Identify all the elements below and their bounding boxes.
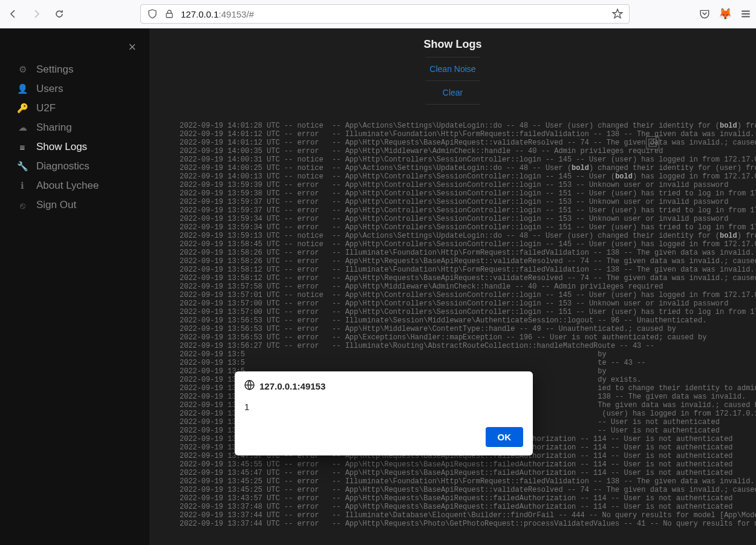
log-line: 2022-09-19 13:59:34 UTC -- error -- App\…: [180, 215, 756, 223]
log-output: 2022-09-19 14:01:28 UTC -- notice -- App…: [149, 122, 756, 528]
page-title: Show Logs: [149, 28, 756, 57]
sidebar-item-about-lychee[interactable]: ℹAbout Lychee: [0, 176, 149, 195]
wrench-icon: 🔧: [17, 161, 28, 172]
pocket-icon[interactable]: [699, 8, 710, 19]
log-line: 2022-09-19 13:57:01 UTC -- notice -- App…: [180, 291, 756, 299]
log-line: 2022-09-19 13:58:12 UTC -- error -- Illu…: [180, 266, 756, 274]
log-line: 2022-09-19 13:57:58 UTC -- error -- App\…: [180, 282, 756, 291]
bookmark-star-icon[interactable]: [612, 8, 623, 19]
log-line: 2022-09-19 13:5 by: [180, 350, 756, 359]
reload-button[interactable]: [51, 5, 68, 22]
log-line: 2022-09-19 14:01:12 UTC -- error -- App\…: [180, 139, 756, 147]
gear-icon: ⚙: [17, 64, 28, 75]
back-button[interactable]: [5, 5, 22, 22]
image-placeholder-icon: [646, 136, 659, 149]
alert-message: 1: [244, 402, 523, 412]
log-line: 2022-09-19 13:59:34 UTC -- error -- App\…: [180, 223, 756, 232]
cloud-icon: ☁: [17, 122, 28, 133]
alert-ok-button[interactable]: OK: [486, 427, 524, 447]
log-line: 2022-09-19 14:01:28 UTC -- notice -- App…: [180, 122, 756, 130]
log-line: 2022-09-19 13:59:38 UTC -- error -- App\…: [180, 189, 756, 198]
sidebar: × ⚙Settings👤Users🔑U2F☁Sharing≡Show Logs🔧…: [0, 28, 149, 545]
log-line: 2022-09-19 14:00:31 UTC -- notice -- App…: [180, 155, 756, 164]
menu-icon[interactable]: [740, 8, 751, 19]
key-icon: 🔑: [17, 103, 28, 114]
sidebar-item-sign-out[interactable]: ⎋Sign Out: [0, 195, 149, 215]
log-line: 2022-09-19 13:45:25 UTC -- error -- App\…: [180, 486, 756, 494]
url-text: 127.0.0.1:49153/#: [181, 9, 606, 19]
log-line: 2022-09-19 13:58:45 UTC -- notice -- App…: [180, 240, 756, 249]
log-line: 2022-09-19 13:59:37 UTC -- error -- App\…: [180, 198, 756, 206]
log-line: 2022-09-19 13:37:44 UTC -- error -- App\…: [180, 520, 756, 528]
log-line: 2022-09-19 13:59:37 UTC -- error -- App\…: [180, 206, 756, 215]
sidebar-item-users[interactable]: 👤Users: [0, 79, 149, 99]
url-bar[interactable]: 127.0.0.1:49153/#: [140, 4, 630, 24]
svg-rect-0: [166, 13, 172, 18]
log-line: 2022-09-19 13:58:26 UTC -- error -- Illu…: [180, 249, 756, 257]
log-line: 2022-09-19 13:37:44 UTC -- error -- Illu…: [180, 511, 756, 520]
info-icon: ℹ: [17, 180, 28, 191]
alert-host: 127.0.0.1:49153: [259, 381, 325, 391]
sidebar-item-label: About Lychee: [36, 180, 99, 192]
log-line: 2022-09-19 14:00:25 UTC -- notice -- App…: [180, 164, 756, 172]
clear-link[interactable]: Clear: [426, 80, 480, 105]
sidebar-item-label: Show Logs: [36, 141, 87, 153]
forward-button[interactable]: [28, 5, 45, 22]
clean-noise-link[interactable]: Clean Noise: [426, 57, 480, 80]
log-line: 2022-09-19 14:00:13 UTC -- notice -- App…: [180, 172, 756, 181]
sidebar-item-label: U2F: [36, 102, 56, 114]
log-line: 2022-09-19 13:57:00 UTC -- error -- App\…: [180, 308, 756, 316]
sidebar-item-label: Sign Out: [36, 199, 76, 211]
sidebar-item-label: Diagnostics: [36, 160, 90, 172]
shield-icon: [147, 8, 158, 19]
log-line: 2022-09-19 13:5 te -- 43 --: [180, 359, 756, 367]
log-line: 2022-09-19 13:56:27 UTC -- error -- Illu…: [180, 342, 756, 350]
log-line: 2022-09-19 13:45:55 UTC -- error -- App\…: [180, 460, 756, 469]
signout-icon: ⎋: [17, 200, 28, 210]
lock-icon: [164, 8, 175, 19]
sidebar-item-sharing[interactable]: ☁Sharing: [0, 118, 149, 137]
sidebar-item-u2f[interactable]: 🔑U2F: [0, 99, 149, 118]
user-icon: 👤: [17, 83, 28, 94]
log-line: 2022-09-19 13:59:39 UTC -- error -- App\…: [180, 181, 756, 189]
log-line: 2022-09-19 13:59:13 UTC -- notice -- App…: [180, 232, 756, 240]
main-content: Show Logs Clean Noise Clear 2022-09-19 1…: [149, 28, 756, 545]
close-sidebar-button[interactable]: ×: [128, 39, 136, 55]
log-line: 2022-09-19 13:43:57 UTC -- error -- App\…: [180, 494, 756, 503]
log-line: 2022-09-19 13:56:53 UTC -- error -- App\…: [180, 333, 756, 342]
log-line: 2022-09-19 13:58:12 UTC -- error -- App\…: [180, 274, 756, 282]
log-line: 2022-09-19 13:56:53 UTC -- error -- Illu…: [180, 316, 756, 325]
log-line: 2022-09-19 14:00:35 UTC -- error -- App\…: [180, 147, 756, 155]
sidebar-item-label: Sharing: [36, 122, 72, 134]
log-line: 2022-09-19 13:45:25 UTC -- error -- Illu…: [180, 477, 756, 486]
log-line: 2022-09-19 13:45:47 UTC -- error -- App\…: [180, 469, 756, 477]
browser-chrome: 127.0.0.1:49153/# 🦊: [0, 0, 756, 28]
sidebar-item-show-logs[interactable]: ≡Show Logs: [0, 137, 149, 157]
sidebar-item-label: Settings: [36, 64, 73, 76]
log-line: 2022-09-19 14:01:12 UTC -- error -- Illu…: [180, 130, 756, 139]
globe-icon: [244, 380, 255, 392]
list-icon: ≡: [17, 142, 28, 152]
log-line: 2022-09-19 13:57:00 UTC -- error -- App\…: [180, 299, 756, 308]
alert-dialog: 127.0.0.1:49153 1 OK: [235, 371, 533, 455]
sidebar-item-settings[interactable]: ⚙Settings: [0, 60, 149, 79]
fox-extension-icon[interactable]: 🦊: [720, 8, 731, 19]
log-line: 2022-09-19 13:37:48 UTC -- error -- App\…: [180, 503, 756, 511]
sidebar-item-diagnostics[interactable]: 🔧Diagnostics: [0, 157, 149, 176]
log-line: 2022-09-19 13:58:26 UTC -- error -- App\…: [180, 257, 756, 266]
sidebar-item-label: Users: [36, 83, 63, 95]
log-line: 2022-09-19 13:56:53 UTC -- error -- App\…: [180, 325, 756, 333]
